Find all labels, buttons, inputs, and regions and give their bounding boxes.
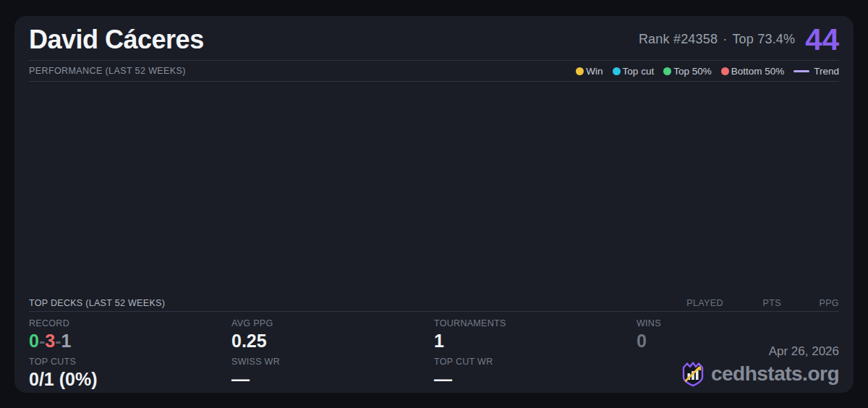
date-label: Apr 26, 2026	[681, 344, 839, 359]
trend-line-icon	[793, 70, 809, 72]
stat-label: AVG PPG	[231, 318, 434, 328]
header-rank-area: Rank #24358·Top 73.4% 44	[639, 26, 839, 54]
avg-ppg-value: 0.25	[231, 331, 434, 350]
performance-header: PERFORMANCE (LAST 52 WEEKS) Win Top cut …	[29, 61, 839, 82]
performance-title: PERFORMANCE (LAST 52 WEEKS)	[29, 66, 186, 76]
tournaments-value: 1	[434, 331, 637, 350]
record-wins: 0	[29, 331, 39, 351]
stat-top-cut-wr: TOP CUT WR —	[434, 350, 637, 388]
legend-item-trend[interactable]: Trend	[793, 66, 839, 77]
page-title: David Cáceres	[29, 27, 204, 53]
legend-item-top-50[interactable]: Top 50%	[663, 66, 712, 77]
cedhstats-shield-logo-icon	[681, 361, 705, 387]
stat-avg-ppg: AVG PPG 0.25	[231, 312, 434, 350]
stat-label: TOP CUTS	[29, 357, 231, 367]
rank-label: Rank #24358	[639, 32, 718, 46]
rank-summary: Rank #24358·Top 73.4%	[639, 32, 795, 47]
stat-label: RECORD	[29, 318, 231, 328]
record-losses: 3	[45, 331, 55, 351]
legend-label: Bottom 50%	[731, 66, 785, 77]
record-value: 0-3-1	[29, 331, 231, 350]
stat-swiss-wr: SWISS WR —	[231, 350, 434, 388]
legend-label: Top 50%	[673, 66, 712, 77]
legend-label: Win	[586, 66, 603, 77]
brand[interactable]: cedhstats.org	[681, 361, 839, 387]
chart-legend: Win Top cut Top 50% Bottom 50% Trend	[576, 66, 839, 77]
top-cut-wr-value: —	[434, 370, 637, 388]
column-header-pts: PTS	[723, 298, 781, 308]
stat-record: RECORD 0-3-1	[29, 312, 231, 350]
win-dot-icon	[576, 67, 584, 75]
bottom-50-dot-icon	[721, 67, 729, 75]
performance-chart-plot-area	[29, 82, 839, 294]
dot-separator: ·	[723, 32, 727, 46]
record-separator: -	[39, 331, 45, 351]
top-cut-dot-icon	[613, 67, 621, 75]
stat-tournaments: TOURNAMENTS 1	[434, 312, 637, 350]
card-header: David Cáceres Rank #24358·Top 73.4% 44	[29, 16, 839, 61]
top-cuts-value: 0/1 (0%)	[29, 370, 231, 388]
score-value: 44	[805, 26, 839, 54]
top-decks-header: TOP DECKS (LAST 52 WEEKS) PLAYED PTS PPG	[29, 294, 839, 312]
legend-item-win[interactable]: Win	[576, 66, 603, 77]
legend-label: Top cut	[623, 66, 655, 77]
top-decks-column-headers: PLAYED PTS PPG	[665, 298, 839, 308]
stat-label: TOURNAMENTS	[434, 318, 637, 328]
stat-top-cuts: TOP CUTS 0/1 (0%)	[29, 350, 231, 388]
top-50-dot-icon	[663, 67, 671, 75]
column-header-played: PLAYED	[665, 298, 723, 308]
stat-label: TOP CUT WR	[434, 357, 637, 367]
swiss-wr-value: —	[231, 370, 434, 388]
stat-label: SWISS WR	[231, 357, 434, 367]
record-draws: 1	[61, 331, 71, 351]
column-header-ppg: PPG	[781, 298, 839, 308]
legend-label: Trend	[814, 66, 839, 77]
top-percent-label: Top 73.4%	[732, 32, 795, 46]
player-stats-card: David Cáceres Rank #24358·Top 73.4% 44 P…	[14, 16, 854, 393]
legend-item-bottom-50[interactable]: Bottom 50%	[721, 66, 785, 77]
brand-name: cedhstats.org	[711, 364, 839, 384]
card-footer: Apr 26, 2026 cedhstats.org	[681, 344, 839, 387]
top-decks-title: TOP DECKS (LAST 52 WEEKS)	[29, 298, 165, 308]
stat-label: WINS	[637, 318, 839, 328]
legend-item-top-cut[interactable]: Top cut	[613, 66, 655, 77]
